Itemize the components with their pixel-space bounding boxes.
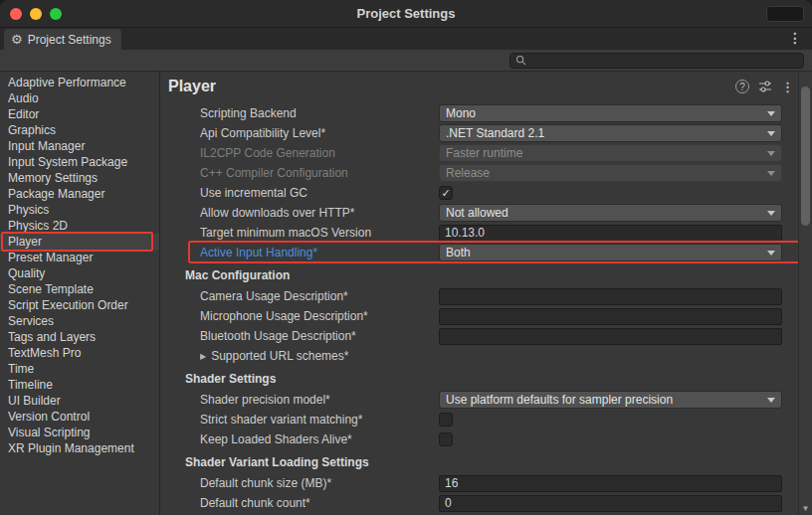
field-value: 0 xyxy=(445,496,452,510)
sidebar-item-preset-manager[interactable]: Preset Manager xyxy=(0,250,159,265)
window-body: Adaptive PerformanceAudioEditorGraphicsI… xyxy=(0,72,812,515)
gear-icon: ⚙ xyxy=(11,33,23,46)
api-compatibility-level-dropdown[interactable]: .NET Standard 2.1 xyxy=(439,124,782,142)
sidebar-item-quality[interactable]: Quality xyxy=(0,265,159,281)
setting-row-keep-loaded-shaders-alive: Keep Loaded Shaders Alive* xyxy=(200,429,812,449)
setting-row-strict-shader-variant-matching: Strict shader variant matching* xyxy=(200,410,812,429)
sidebar-item-label: Quality xyxy=(8,266,45,280)
sidebar-item-script-execution-order[interactable]: Script Execution Order xyxy=(0,297,159,313)
setting-row-microphone-usage-description: Microphone Usage Description* xyxy=(200,306,812,326)
kebab-menu-icon[interactable]: ⋮ xyxy=(788,30,802,46)
sidebar-item-label: UI Builder xyxy=(8,394,61,408)
sidebar-item-label: Time xyxy=(8,362,34,376)
dropdown-value: Faster runtime xyxy=(446,146,522,160)
zoom-button[interactable] xyxy=(50,8,62,20)
section-header-shader-settings: Shader Settings xyxy=(200,366,812,390)
chevron-down-icon xyxy=(767,251,775,256)
search-input[interactable] xyxy=(530,54,798,68)
sidebar-item-services[interactable]: Services xyxy=(0,313,159,329)
allow-downloads-over-http-dropdown[interactable]: Not allowed xyxy=(439,204,782,222)
dropdown-value: Release xyxy=(446,166,490,180)
sidebar-item-input-system-package[interactable]: Input System Package xyxy=(0,154,159,170)
setting-label: C++ Compiler Configuration xyxy=(200,166,439,180)
field-value: 16 xyxy=(445,476,458,490)
foldout-arrow-icon[interactable]: ▶ xyxy=(200,352,206,361)
tab-label: Project Settings xyxy=(28,33,111,47)
settings-list: Scripting BackendMonoApi Compatibility L… xyxy=(160,97,812,515)
camera-usage-description-field[interactable] xyxy=(439,288,782,305)
setting-label: Allow downloads over HTTP* xyxy=(200,206,439,220)
sidebar-item-visual-scripting[interactable]: Visual Scripting xyxy=(0,425,159,440)
traffic-lights xyxy=(0,8,62,20)
sidebar-item-label: Physics xyxy=(8,203,49,217)
setting-row-il2cpp-code-generation: IL2CPP Code GenerationFaster runtime xyxy=(200,143,812,163)
dropdown-value: Use platform defaults for sampler precis… xyxy=(446,393,673,407)
sidebar-item-physics[interactable]: Physics xyxy=(0,202,159,218)
bluetooth-usage-description-field[interactable] xyxy=(439,328,782,345)
chevron-down-icon xyxy=(767,171,775,176)
setting-row-bluetooth-usage-description: Bluetooth Usage Description* xyxy=(200,326,812,346)
dropdown-value: Not allowed xyxy=(446,206,508,220)
sidebar-item-label: Script Execution Order xyxy=(8,298,128,312)
titlebar-button[interactable] xyxy=(766,6,804,22)
sidebar-item-tags-and-layers[interactable]: Tags and Layers xyxy=(0,329,159,345)
sidebar-item-package-manager[interactable]: Package Manager xyxy=(0,186,159,202)
scrollbar-thumb[interactable] xyxy=(801,86,810,226)
search-row xyxy=(0,50,812,72)
default-chunk-size-mb-field[interactable]: 16 xyxy=(439,475,782,492)
sidebar-item-label: Graphics xyxy=(8,123,56,137)
scroll-down-arrow-icon[interactable]: ▼ xyxy=(799,504,812,513)
microphone-usage-description-field[interactable] xyxy=(439,308,782,325)
sidebar-item-editor[interactable]: Editor xyxy=(0,106,159,122)
sidebar-item-xr-plugin-management[interactable]: XR Plugin Management xyxy=(0,440,159,456)
sidebar-item-textmesh-pro[interactable]: TextMesh Pro xyxy=(0,345,159,361)
setting-row-shader-precision-model: Shader precision model*Use platform defa… xyxy=(200,390,812,410)
sidebar-item-player[interactable]: Player xyxy=(0,234,159,250)
setting-row-target-minimum-macos-version: Target minimum macOS Version10.13.0 xyxy=(200,223,812,243)
minimize-button[interactable] xyxy=(30,8,42,20)
sidebar-item-label: Editor xyxy=(8,107,39,121)
use-incremental-gc-checkbox[interactable]: ✓ xyxy=(439,186,453,200)
sidebar-item-input-manager[interactable]: Input Manager xyxy=(0,138,159,154)
help-icon[interactable]: ? xyxy=(735,80,749,93)
sidebar-item-ui-builder[interactable]: UI Builder xyxy=(0,393,159,409)
target-minimum-macos-version-field[interactable]: 10.13.0 xyxy=(439,225,782,242)
setting-row-camera-usage-description: Camera Usage Description* xyxy=(200,286,812,306)
vertical-scrollbar[interactable]: ▼ xyxy=(798,72,812,515)
setting-label: Strict shader variant matching* xyxy=(200,413,439,427)
setting-label: Keep Loaded Shaders Alive* xyxy=(200,432,439,446)
titlebar: Project Settings xyxy=(0,0,812,28)
c-compiler-configuration-dropdown: Release xyxy=(439,164,782,182)
kebab-menu-icon[interactable]: ⋮ xyxy=(781,80,794,94)
chevron-down-icon xyxy=(767,398,775,403)
setting-label: Microphone Usage Description* xyxy=(200,309,439,323)
sidebar-item-physics-2d[interactable]: Physics 2D xyxy=(0,218,159,234)
section-title: Mac Configuration xyxy=(185,268,290,282)
tab-project-settings[interactable]: ⚙ Project Settings xyxy=(4,29,121,50)
shader-precision-model-dropdown[interactable]: Use platform defaults for sampler precis… xyxy=(439,391,782,409)
setting-row-scripting-backend: Scripting BackendMono xyxy=(200,103,812,123)
sidebar-item-time[interactable]: Time xyxy=(0,361,159,377)
search-field[interactable] xyxy=(509,53,804,69)
default-chunk-count-field[interactable]: 0 xyxy=(439,495,782,512)
sidebar-item-label: Preset Manager xyxy=(8,251,93,264)
search-icon xyxy=(515,55,526,66)
sidebar-item-scene-template[interactable]: Scene Template xyxy=(0,281,159,297)
setting-row-default-chunk-size-mb: Default chunk size (MB)*16 xyxy=(200,473,812,493)
sidebar-item-version-control[interactable]: Version Control xyxy=(0,409,159,425)
sidebar-item-memory-settings[interactable]: Memory Settings xyxy=(0,170,159,186)
sidebar-item-adaptive-performance[interactable]: Adaptive Performance xyxy=(0,75,159,90)
close-button[interactable] xyxy=(10,8,22,20)
keep-loaded-shaders-alive-checkbox[interactable] xyxy=(439,432,453,446)
sidebar-item-audio[interactable]: Audio xyxy=(0,90,159,106)
active-input-handling-dropdown[interactable]: Both xyxy=(439,244,782,261)
strict-shader-variant-matching-checkbox[interactable] xyxy=(439,413,453,427)
sidebar-item-label: Version Control xyxy=(8,410,90,424)
scripting-backend-dropdown[interactable]: Mono xyxy=(439,104,782,122)
sidebar-item-label: Timeline xyxy=(8,378,53,392)
preset-icon[interactable] xyxy=(758,80,772,93)
sidebar-item-graphics[interactable]: Graphics xyxy=(0,122,159,138)
sidebar-item-timeline[interactable]: Timeline xyxy=(0,377,159,393)
setting-row-use-incremental-gc: Use incremental GC✓ xyxy=(200,183,812,203)
setting-label: Camera Usage Description* xyxy=(200,289,439,303)
